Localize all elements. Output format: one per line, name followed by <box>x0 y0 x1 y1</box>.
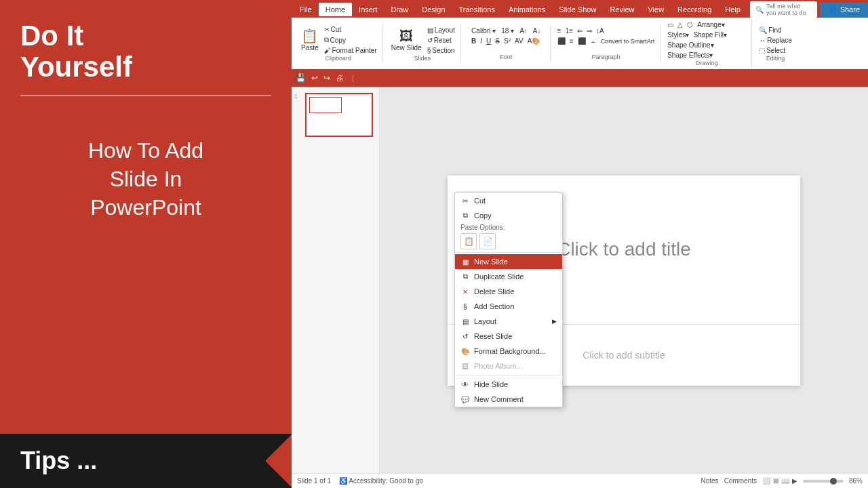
replace-button[interactable]: ↔ Replace <box>757 36 793 45</box>
ctx-reset-slide[interactable]: ↺ Reset Slide <box>455 329 562 344</box>
ctx-layout[interactable]: ▤ Layout ▶ <box>455 314 562 329</box>
align-left[interactable]: ⬛ <box>556 37 567 45</box>
undo-qa-btn[interactable]: ↩ <box>311 73 318 83</box>
char-spacing-button[interactable]: AV <box>513 37 525 45</box>
font-size-down[interactable]: A↓ <box>532 26 542 35</box>
select-button[interactable]: ⬚ Select <box>757 46 793 55</box>
notes-button[interactable]: Notes <box>701 477 719 485</box>
ctx-cut[interactable]: ✂ Cut <box>455 193 562 208</box>
tab-transitions[interactable]: Transitions <box>452 3 502 16</box>
ctx-sep-1 <box>455 252 562 253</box>
tab-home[interactable]: Home <box>319 3 352 16</box>
text-direction[interactable]: ↕A <box>595 26 606 35</box>
main-slide-area[interactable]: Click to add title Click to add subtitle… <box>380 87 868 473</box>
quick-styles[interactable]: Styles▾ <box>666 30 690 39</box>
paste-button[interactable]: 📋 Paste <box>298 28 321 53</box>
font-size-dropdown[interactable]: 18 ▾ <box>500 26 515 35</box>
shape-2[interactable]: △ <box>676 20 684 29</box>
cut-button[interactable]: ✂ Cut <box>323 25 378 34</box>
align-center[interactable]: ≡ <box>568 37 575 45</box>
new-slide-icon: 🖼 <box>399 29 413 43</box>
share-button[interactable]: 👤 Share <box>820 3 868 17</box>
paste-options-label: Paste Options: <box>455 223 562 232</box>
arrange-button[interactable]: Arrange▾ <box>696 20 726 29</box>
ctx-add-section[interactable]: § Add Section <box>455 299 562 314</box>
print-qa-btn[interactable]: 🖨 <box>336 73 344 83</box>
normal-view-btn[interactable]: ⬜ <box>762 477 770 485</box>
numbering-button[interactable]: 1≡ <box>564 26 574 35</box>
ctx-format-bg[interactable]: 🎨 Format Background... <box>455 344 562 359</box>
shape-3[interactable]: ⬡ <box>686 20 694 29</box>
tab-help[interactable]: Help <box>718 3 747 16</box>
font-label: Font <box>500 54 512 60</box>
zoom-thumb <box>830 478 837 485</box>
left-top: Do It Yourself How To AddSlide InPowerPo… <box>0 0 292 434</box>
shadow-button[interactable]: S² <box>502 37 512 45</box>
zoom-slider[interactable] <box>803 480 844 483</box>
bullets-button[interactable]: ≡ <box>556 26 563 35</box>
columns-button[interactable]: ⫠ <box>589 37 598 45</box>
ctx-duplicate-slide[interactable]: ⧉ Duplicate Slide <box>455 269 562 284</box>
search-box[interactable]: 🔍 Tell me what you want to do <box>750 1 817 18</box>
reading-view-btn[interactable]: 📖 <box>781 477 789 485</box>
format-painter-button[interactable]: 🖌 Format Painter <box>323 46 378 55</box>
tab-review[interactable]: Review <box>603 3 641 16</box>
shape-1[interactable]: ▭ <box>666 20 675 29</box>
tab-slideshow[interactable]: Slide Show <box>552 3 603 16</box>
divider-line <box>20 95 271 96</box>
brand-title: Do It Yourself <box>20 20 271 83</box>
slides-buttons: 🖼 New Slide ▤ Layout ↺ Reset § Section <box>389 26 456 55</box>
paste-option-2[interactable]: 📄 <box>479 233 496 249</box>
indent-inc[interactable]: ⇒ <box>585 26 593 35</box>
indent-dec[interactable]: ⇐ <box>576 26 584 35</box>
layout-arrow: ▶ <box>552 318 557 325</box>
shape-effects[interactable]: Shape Effects▾ <box>666 51 714 60</box>
ctx-delete-slide[interactable]: ✕ Delete Slide <box>455 284 562 299</box>
align-right[interactable]: ⬛ <box>576 37 587 45</box>
tab-design[interactable]: Design <box>415 3 452 16</box>
comments-button[interactable]: Comments <box>724 477 757 485</box>
tab-recording[interactable]: Recording <box>671 3 718 16</box>
drawing-group: ▭ △ ⬡ Arrange▾ Styles▾ Shape Fill▾ Shape… <box>662 19 752 68</box>
slides-group: 🖼 New Slide ▤ Layout ↺ Reset § Section S… <box>384 24 461 63</box>
slideshow-btn[interactable]: ▶ <box>792 477 797 485</box>
slide-thumbnail[interactable] <box>305 93 373 137</box>
reset-button[interactable]: ↺ Reset <box>426 36 456 45</box>
section-button[interactable]: § Section <box>426 46 456 55</box>
layout-button[interactable]: ▤ Layout <box>426 26 456 35</box>
hide-icon: 👁 <box>460 380 470 389</box>
paste-option-1[interactable]: 📋 <box>460 233 477 249</box>
slide-subtitle-placeholder: Click to add subtitle <box>583 350 665 361</box>
shape-outline[interactable]: Shape Outline▾ <box>666 41 715 49</box>
ctx-new-comment[interactable]: 💬 New Comment <box>455 392 562 407</box>
tab-insert[interactable]: Insert <box>352 3 384 16</box>
tab-draw[interactable]: Draw <box>384 3 416 16</box>
convert-smartart[interactable]: Convert to SmartArt <box>599 37 656 45</box>
strikethrough-button[interactable]: S <box>494 37 501 45</box>
find-button[interactable]: 🔍 Find <box>757 26 793 35</box>
copy-button[interactable]: ⧉ Copy <box>323 35 378 45</box>
font-name-dropdown[interactable]: Calibri ▾ <box>470 26 497 35</box>
ctx-hide-slide[interactable]: 👁 Hide Slide <box>455 377 562 392</box>
tab-file[interactable]: File <box>293 3 319 16</box>
slide-sorter-btn[interactable]: ⊞ <box>773 477 778 485</box>
slides-label: Slides <box>414 55 431 62</box>
slide-panel: 1 <box>292 87 380 473</box>
font-color-button[interactable]: A🎨 <box>526 37 542 45</box>
save-qa-btn[interactable]: 💾 <box>296 73 306 83</box>
search-icon: 🔍 <box>755 6 764 14</box>
tab-view[interactable]: View <box>641 3 671 16</box>
underline-button[interactable]: U <box>485 37 492 45</box>
accessibility-status: ♿ Accessibility: Good to go <box>339 477 423 485</box>
ctx-copy[interactable]: ⧉ Copy <box>455 208 562 223</box>
italic-button[interactable]: I <box>479 37 484 45</box>
slide-title-placeholder: Click to add title <box>557 239 691 260</box>
font-size-up[interactable]: A↑ <box>518 26 529 35</box>
bold-button[interactable]: B <box>470 37 477 45</box>
redo-qa-btn[interactable]: ↪ <box>323 73 330 83</box>
new-slide-button[interactable]: 🖼 New Slide <box>389 28 425 53</box>
paragraph-group: ≡ 1≡ ⇐ ⇒ ↕A ⬛ ≡ ⬛ ⫠ Convert to SmartArt … <box>552 25 660 62</box>
tab-animations[interactable]: Animations <box>502 3 552 16</box>
shape-fill[interactable]: Shape Fill▾ <box>692 30 728 39</box>
ctx-new-slide[interactable]: ▦ New Slide <box>455 254 562 269</box>
